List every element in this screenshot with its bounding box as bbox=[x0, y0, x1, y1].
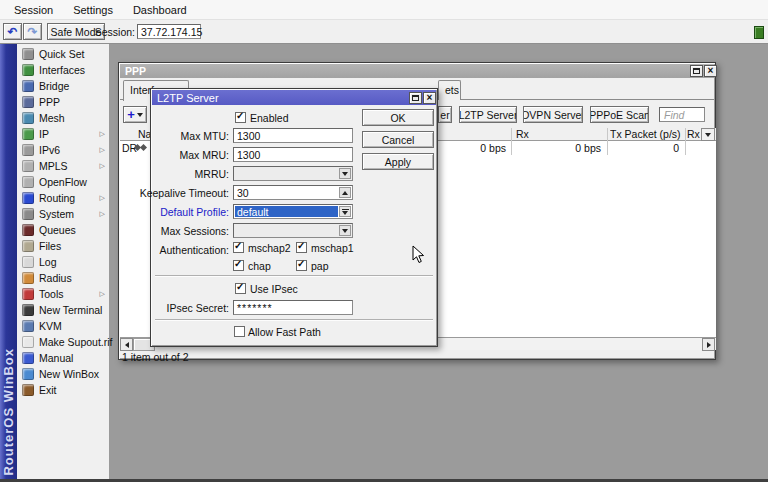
enabled-checkbox[interactable]: ✓ bbox=[235, 112, 246, 123]
cancel-button[interactable]: Cancel bbox=[362, 131, 434, 148]
sidebar-item-label: Quick Set bbox=[39, 48, 85, 60]
sidebar-item-queues[interactable]: Queues bbox=[17, 222, 109, 238]
sidebar-item-label: IPv6 bbox=[39, 144, 60, 156]
dialog-maximize-button[interactable] bbox=[409, 92, 422, 104]
sidebar-item-ipv6[interactable]: IPv6▷ bbox=[17, 142, 109, 158]
ok-button[interactable]: OK bbox=[362, 109, 434, 126]
mrru-dropdown-button[interactable] bbox=[339, 168, 351, 179]
undo-button[interactable]: ↶ bbox=[3, 23, 22, 40]
sidebar-item-bridge[interactable]: Bridge bbox=[17, 78, 109, 94]
max-sessions-field[interactable] bbox=[233, 223, 353, 238]
sidebar-item-log[interactable]: Log bbox=[17, 254, 109, 270]
sidebar-item-routing[interactable]: Routing▷ bbox=[17, 190, 109, 206]
default-profile-dropdown-button[interactable] bbox=[339, 206, 351, 217]
max-mtu-field[interactable]: 1300 bbox=[233, 128, 353, 143]
add-button[interactable]: + bbox=[123, 106, 147, 123]
mpls-icon bbox=[22, 160, 34, 172]
column-rx[interactable]: Rx bbox=[516, 128, 529, 140]
sidebar-item-label: System bbox=[39, 208, 74, 220]
ppp-maximize-button[interactable] bbox=[690, 65, 703, 77]
keepalive-field[interactable]: 30 bbox=[233, 185, 353, 200]
sidebar-item-mesh[interactable]: Mesh bbox=[17, 110, 109, 126]
default-profile-value: default bbox=[235, 206, 338, 217]
menu-dashboard[interactable]: Dashboard bbox=[123, 0, 197, 20]
max-mru-field[interactable]: 1300 bbox=[233, 147, 353, 162]
sidebar-item-new-terminal[interactable]: New Terminal bbox=[17, 302, 109, 318]
sidebar-item-interfaces[interactable]: Interfaces bbox=[17, 62, 109, 78]
menubar: SessionSettingsDashboard bbox=[0, 0, 768, 20]
sidebar-item-label: OpenFlow bbox=[39, 176, 87, 188]
ppp-close-button[interactable]: × bbox=[704, 65, 717, 77]
sidebar-item-system[interactable]: System▷ bbox=[17, 206, 109, 222]
dialog-title: L2TP Server bbox=[157, 92, 219, 104]
row-tx-packet-value[interactable]: 0 bbox=[620, 142, 679, 154]
sidebar-item-new-winbox[interactable]: New WinBox bbox=[17, 366, 109, 382]
mschap1-checkbox[interactable]: ✓ bbox=[296, 242, 307, 253]
log-icon bbox=[22, 256, 34, 268]
allow-fast-path-checkbox[interactable] bbox=[234, 326, 245, 337]
dialog-close-button[interactable]: × bbox=[423, 92, 436, 104]
use-ipsec-checkbox[interactable]: ✓ bbox=[235, 283, 246, 294]
dialog-titlebar[interactable]: L2TP Server × bbox=[152, 90, 436, 105]
row-rx-value[interactable]: 0 bps bbox=[516, 142, 601, 154]
menu-settings[interactable]: Settings bbox=[63, 0, 123, 20]
server-button-partial[interactable]: er bbox=[438, 106, 452, 123]
sidebar-item-manual[interactable]: Manual bbox=[17, 350, 109, 366]
column-select-button[interactable] bbox=[701, 128, 715, 141]
sidebar-item-radius[interactable]: Radius bbox=[17, 270, 109, 286]
system-icon bbox=[22, 208, 34, 220]
sidebar-item-label: MPLS bbox=[39, 160, 68, 172]
scroll-right-button[interactable] bbox=[702, 338, 715, 351]
column-tx-packet[interactable]: Tx Packet (p/s) bbox=[610, 128, 681, 140]
mesh-icon bbox=[22, 112, 34, 124]
apply-button[interactable]: Apply bbox=[362, 153, 434, 170]
enabled-label: Enabled bbox=[250, 112, 289, 124]
ipsec-secret-field[interactable]: ******* bbox=[233, 300, 353, 315]
sidebar-item-files[interactable]: Files bbox=[17, 238, 109, 254]
redo-button[interactable]: ↷ bbox=[23, 23, 42, 40]
pap-checkbox[interactable]: ✓ bbox=[296, 260, 307, 271]
scroll-left-button[interactable] bbox=[120, 338, 133, 351]
chap-checkbox[interactable]: ✓ bbox=[233, 260, 244, 271]
redo-icon: ↷ bbox=[27, 25, 37, 39]
max-sessions-dropdown-button[interactable] bbox=[339, 225, 351, 236]
ovpn-server-button[interactable]: OVPN Server bbox=[523, 106, 583, 123]
ppp-titlebar[interactable]: PPP × bbox=[120, 64, 714, 78]
pppoe-scan-button[interactable]: PPPoE Scan bbox=[590, 106, 649, 123]
sidebar-item-label: Mesh bbox=[39, 112, 65, 124]
submenu-arrow-icon: ▷ bbox=[100, 146, 105, 154]
chevron-down-icon bbox=[137, 113, 143, 117]
auth-option-label: pap bbox=[311, 260, 329, 272]
sidebar-item-mpls[interactable]: MPLS▷ bbox=[17, 158, 109, 174]
sidebar-item-tools[interactable]: Tools▷ bbox=[17, 286, 109, 302]
column-divider bbox=[685, 128, 686, 155]
sidebar-item-kvm[interactable]: KVM bbox=[17, 318, 109, 334]
sidebar-item-make-supout-rif[interactable]: Make Supout.rif bbox=[17, 334, 109, 350]
sidebar-item-exit[interactable]: Exit bbox=[17, 382, 109, 398]
chevron-down-icon bbox=[342, 229, 348, 233]
default-profile-field[interactable]: default bbox=[233, 204, 353, 219]
mrru-label: MRRU: bbox=[195, 168, 229, 180]
authentication-label: Authentication: bbox=[160, 244, 229, 256]
column-rx-packet[interactable]: Rx P bbox=[687, 128, 700, 140]
tab-secrets-partial[interactable]: ets bbox=[438, 80, 461, 100]
sidebar-item-openflow[interactable]: OpenFlow bbox=[17, 174, 109, 190]
session-address-field[interactable]: 37.72.174.15 bbox=[137, 24, 201, 39]
sidebar-item-quick-set[interactable]: Quick Set bbox=[17, 46, 109, 62]
max-mru-label: Max MRU: bbox=[179, 149, 229, 161]
new-terminal-icon bbox=[22, 304, 34, 316]
keepalive-up-button[interactable] bbox=[339, 187, 351, 198]
close-icon: × bbox=[708, 66, 714, 76]
sidebar: Quick SetInterfacesBridgePPPMeshIP▷IPv6▷… bbox=[17, 44, 110, 482]
sidebar-item-label: Exit bbox=[39, 384, 57, 396]
mrru-field[interactable] bbox=[233, 166, 353, 181]
make-supout-rif-icon bbox=[22, 336, 34, 348]
find-input[interactable]: Find bbox=[659, 107, 705, 122]
l2tp-server-button[interactable]: L2TP Server bbox=[459, 106, 517, 123]
menu-session[interactable]: Session bbox=[4, 0, 63, 20]
ppp-window-title: PPP bbox=[125, 65, 146, 77]
mschap2-checkbox[interactable]: ✓ bbox=[233, 242, 244, 253]
sidebar-item-ip[interactable]: IP▷ bbox=[17, 126, 109, 142]
sidebar-item-ppp[interactable]: PPP bbox=[17, 94, 109, 110]
ipv6-icon bbox=[22, 144, 34, 156]
